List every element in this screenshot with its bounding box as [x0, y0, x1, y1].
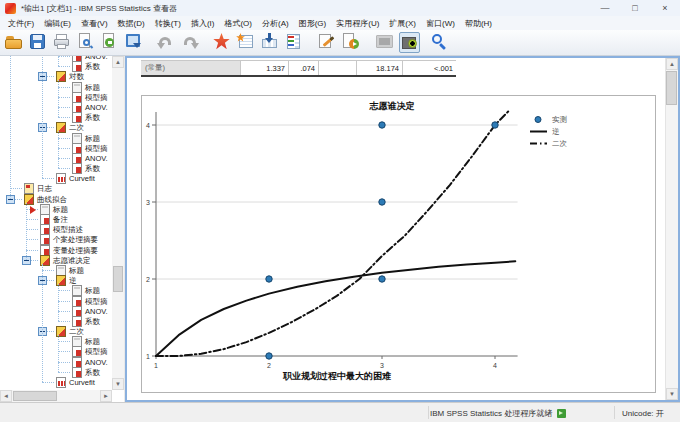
outline-item-模型摘[interactable]: 模型摘 [0, 143, 112, 153]
svg-text:3: 3 [146, 199, 150, 206]
menu-实用程序U[interactable]: 实用程序(U) [331, 17, 384, 30]
viewer-body: ANOV.系数对数标题模型摘ANOV.系数二次标题模型摘ANOV.系数Curve… [0, 56, 680, 402]
processor-status: IBM SPSS Statistics 处理程序就绪 [430, 403, 566, 422]
outline-item-日志[interactable]: 日志 [0, 183, 112, 193]
menu-窗口W[interactable]: 窗口(W) [421, 17, 460, 30]
outline-item-个案处理摘要[interactable]: 个案处理摘要 [0, 234, 112, 244]
scroll-up-icon[interactable]: ▲ [666, 58, 678, 70]
outline-item-标题[interactable]: 标题 [0, 204, 112, 214]
svg-text:1: 1 [146, 353, 150, 360]
outline-item-模型描述[interactable]: 模型描述 [0, 224, 112, 234]
menu-图形G[interactable]: 图形(G) [294, 17, 332, 30]
app-icon [5, 3, 16, 14]
svg-text:志愿谁决定: 志愿谁决定 [369, 101, 415, 111]
edit-output-icon[interactable] [317, 32, 338, 53]
table-cell: 1.337 [241, 61, 289, 75]
open-file-icon[interactable] [4, 32, 25, 53]
coefficients-table-fragment[interactable]: (常量)1.337.07418.174<.001 [141, 60, 456, 77]
processor-ready-icon [557, 409, 566, 418]
sidebar-vertical-scrollbar[interactable]: ▲ ▼ [112, 56, 124, 390]
outline-item-系数[interactable]: 系数 [0, 163, 112, 173]
close-button[interactable]: × [650, 0, 680, 16]
scroll-down-icon[interactable]: ▼ [666, 388, 678, 400]
outline-item-模型摘[interactable]: 模型摘 [0, 296, 112, 306]
outline-item-ANOV.[interactable]: ANOV. [0, 357, 112, 367]
outline-item-系数[interactable]: 系数 [0, 316, 112, 326]
outline-item-ANOV.[interactable]: ANOV. [0, 306, 112, 316]
outline-item-标题[interactable]: 标题 [0, 133, 112, 143]
undo-icon[interactable] [156, 32, 177, 53]
show-hide-toggle-icon[interactable] [399, 32, 420, 53]
scroll-right-icon[interactable]: ► [100, 390, 112, 402]
menu-转换T[interactable]: 转换(T) [150, 17, 186, 30]
outline-item-志愿谁决定[interactable]: 志愿谁决定 [0, 255, 112, 265]
outline-item-逆[interactable]: 逆 [0, 275, 112, 285]
outline-item-二次[interactable]: 二次 [0, 326, 112, 336]
svg-text:3: 3 [380, 362, 384, 369]
use-variable-sets-icon[interactable] [284, 32, 305, 53]
outline-item-系数[interactable]: 系数 [0, 112, 112, 122]
redo-icon[interactable] [180, 32, 201, 53]
svg-text:实测: 实测 [552, 115, 567, 124]
svg-text:1: 1 [154, 362, 158, 369]
menu-插入I[interactable]: 插入(I) [186, 17, 220, 30]
outline-item-ANOV.[interactable]: ANOV. [0, 102, 112, 112]
curve-fit-chart[interactable]: 12341234志愿谁决定职业规划过程中最大的困难实测逆二次 [141, 95, 656, 393]
menu-数据D[interactable]: 数据(D) [113, 17, 150, 30]
svg-text:逆: 逆 [552, 127, 560, 136]
svg-text:2: 2 [267, 362, 271, 369]
goto-active-window-icon[interactable] [124, 32, 145, 53]
outline-item-ANOV.[interactable]: ANOV. [0, 153, 112, 163]
print-preview-icon[interactable] [76, 32, 97, 53]
outline-item-对数[interactable]: 对数 [0, 71, 112, 81]
menu-帮助H[interactable]: 帮助(H) [460, 17, 497, 30]
outline-item-曲线拟合[interactable]: 曲线拟合 [0, 194, 112, 204]
menu-文件F[interactable]: 文件(F) [3, 17, 39, 30]
table-cell [319, 61, 357, 75]
menu-格式O[interactable]: 格式(O) [219, 17, 257, 30]
outline-item-模型摘[interactable]: 模型摘 [0, 346, 112, 356]
scroll-left-icon[interactable]: ◄ [0, 390, 12, 402]
outline-item-Curvefit[interactable]: Curvefit [0, 173, 112, 183]
recall-dialog-icon[interactable] [100, 32, 121, 53]
outline-item-标题[interactable]: 标题 [0, 265, 112, 275]
menu-查看V[interactable]: 查看(V) [76, 17, 113, 30]
scrollbar-thumb[interactable] [666, 71, 677, 105]
run-script-icon[interactable] [341, 32, 362, 53]
goto-case-icon[interactable] [236, 32, 257, 53]
outline-tree: ANOV.系数对数标题模型摘ANOV.系数二次标题模型摘ANOV.系数Curve… [0, 56, 112, 390]
outline-item-二次[interactable]: 二次 [0, 122, 112, 132]
current-item-arrow-icon [30, 206, 36, 214]
outline-item-label: ANOV. [85, 154, 108, 163]
scroll-down-icon[interactable]: ▼ [112, 378, 124, 390]
zoom-icon[interactable] [429, 32, 450, 53]
svg-text:4: 4 [493, 362, 497, 369]
insert-variables-icon[interactable] [260, 32, 281, 53]
outline-sidebar: ANOV.系数对数标题模型摘ANOV.系数二次标题模型摘ANOV.系数Curve… [0, 56, 124, 402]
menu-扩展X[interactable]: 扩展(X) [384, 17, 421, 30]
menu-编辑E[interactable]: 编辑(E) [39, 17, 76, 30]
designate-window-icon[interactable] [212, 32, 233, 53]
outline-item-变量处理摘要[interactable]: 变量处理摘要 [0, 245, 112, 255]
outline-item-标题[interactable]: 标题 [0, 82, 112, 92]
outline-item-系数[interactable]: 系数 [0, 367, 112, 377]
outline-item-标题[interactable]: 标题 [0, 336, 112, 346]
maximize-button[interactable]: □ [620, 0, 650, 16]
scrollbar-thumb[interactable] [13, 391, 57, 401]
output-vertical-scrollbar[interactable]: ▲ ▼ [665, 58, 678, 400]
image-tool-icon[interactable] [375, 32, 396, 53]
outline-item-系数[interactable]: 系数 [0, 61, 112, 71]
save-file-icon[interactable] [28, 32, 49, 53]
menu-bar: 文件(F)编辑(E)查看(V)数据(D)转换(T)插入(I)格式(O)分析(A)… [0, 16, 680, 30]
outline-item-备注[interactable]: 备注 [0, 214, 112, 224]
outline-item-Curvefit[interactable]: Curvefit [0, 377, 112, 387]
outline-item-标题[interactable]: 标题 [0, 285, 112, 295]
table-row-label: (常量) [141, 61, 241, 75]
outline-item-模型摘[interactable]: 模型摘 [0, 92, 112, 102]
sidebar-horizontal-scrollbar[interactable]: ◄ ► [0, 390, 112, 402]
scroll-up-icon[interactable]: ▲ [112, 56, 124, 68]
menu-分析A[interactable]: 分析(A) [257, 17, 294, 30]
scrollbar-thumb[interactable] [113, 266, 123, 292]
minimize-button[interactable]: — [590, 0, 620, 16]
print-icon[interactable] [52, 32, 73, 53]
